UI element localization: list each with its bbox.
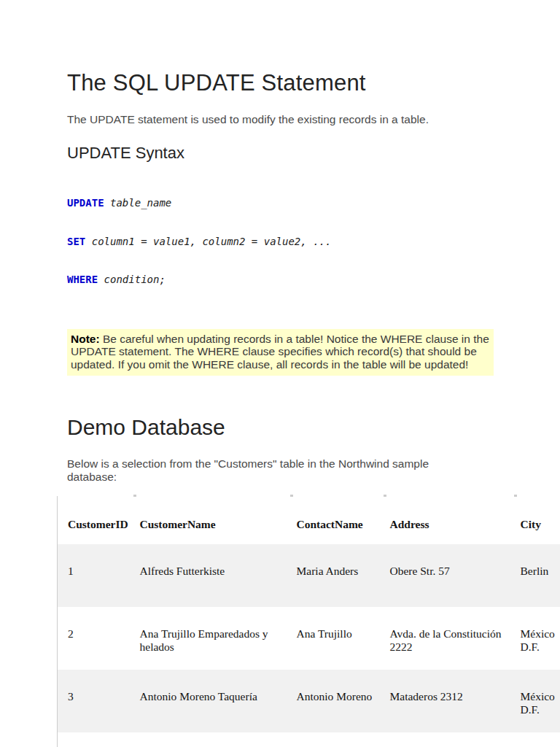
- column-header: CustomerName: [134, 496, 291, 544]
- column-border-tick: [384, 495, 386, 497]
- sql-keyword: SET: [67, 236, 85, 247]
- sql-identifier: condition;: [98, 274, 166, 285]
- column-header: City: [515, 496, 560, 544]
- table-cell: Antonio Moreno: [291, 670, 384, 732]
- table-cell: Alfreds Futterkiste: [134, 544, 291, 607]
- table-cell: London: [515, 732, 560, 747]
- table-row: 2 Ana Trujillo Emparedados y helados Ana…: [58, 607, 560, 670]
- table-cell: Antonio Moreno Taquería: [134, 670, 291, 732]
- section-heading-demo-database: Demo Database: [67, 415, 560, 439]
- code-line: WHERE condition;: [67, 274, 560, 287]
- note-text: Be careful when updating records in a ta…: [71, 333, 489, 371]
- table-cell: Ana Trujillo Emparedados y helados: [134, 607, 291, 670]
- section-heading-update-syntax: UPDATE Syntax: [67, 144, 560, 162]
- code-line: UPDATE table_name: [67, 197, 560, 210]
- table-cell: 1: [58, 544, 134, 607]
- sql-keyword: WHERE: [67, 274, 98, 285]
- table-row: 3 Antonio Moreno Taquería Antonio Moreno…: [58, 670, 560, 732]
- table-cell: Maria Anders: [291, 544, 384, 607]
- table-cell: Avda. de la Constitución 2222: [384, 607, 515, 670]
- table-cell: Around the Horn: [134, 732, 291, 747]
- table-cell: Mataderos 2312: [384, 670, 515, 732]
- table-row: 4 Around the Horn Thomas Hardy 120 Hanov…: [58, 732, 560, 747]
- sql-code-block: UPDATE table_name SET column1 = value1, …: [67, 171, 560, 312]
- warning-note: Note: Be careful when updating records i…: [67, 329, 494, 376]
- demo-intro-paragraph: Below is a selection from the "Customers…: [67, 457, 475, 484]
- table-cell: 3: [58, 670, 134, 732]
- document-page: The SQL UPDATE Statement The UPDATE stat…: [0, 0, 560, 747]
- note-label: Note:: [71, 333, 100, 345]
- customers-table: CustomerID CustomerName ContactName Addr…: [57, 496, 560, 747]
- column-border-tick: [133, 495, 136, 497]
- sql-keyword: UPDATE: [67, 197, 104, 209]
- table-cell: Obere Str. 57: [384, 544, 515, 607]
- table-cell: 120 Hanover Sq.: [384, 732, 515, 747]
- table-cell: 2: [58, 607, 134, 670]
- column-header: CustomerID: [58, 496, 134, 544]
- column-border-tick: [514, 495, 517, 497]
- table-cell: Thomas Hardy: [291, 732, 384, 747]
- table-header-row: CustomerID CustomerName ContactName Addr…: [58, 496, 560, 544]
- table-cell: México D.F.: [515, 607, 560, 670]
- column-header: Address: [384, 496, 515, 544]
- column-header: ContactName: [291, 496, 384, 544]
- column-border-tick: [290, 495, 293, 497]
- table-cell: Ana Trujillo: [291, 607, 384, 670]
- intro-paragraph: The UPDATE statement is used to modify t…: [67, 113, 560, 126]
- sql-identifier: table_name: [104, 197, 172, 209]
- sql-identifier: column1 = value1, column2 = value2, ...: [85, 236, 331, 247]
- code-line: SET column1 = value1, column2 = value2, …: [67, 236, 560, 249]
- customers-table-region: CustomerID CustomerName ContactName Addr…: [57, 496, 560, 747]
- table-cell: 4: [58, 732, 134, 747]
- page-title: The SQL UPDATE Statement: [67, 71, 560, 96]
- table-row: 1 Alfreds Futterkiste Maria Anders Obere…: [58, 544, 560, 607]
- table-cell: Berlin: [515, 544, 560, 607]
- table-cell: México D.F.: [515, 670, 560, 732]
